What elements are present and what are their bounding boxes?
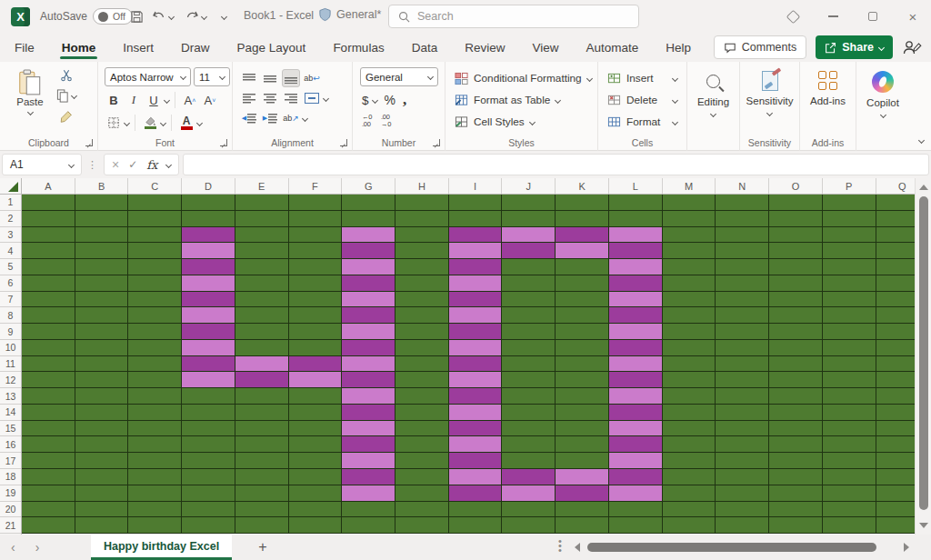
- grid-cell-B11[interactable]: [75, 356, 129, 373]
- grid-cell-B7[interactable]: [75, 292, 129, 308]
- grid-cell-D6[interactable]: [182, 275, 235, 292]
- grid-cell-K6[interactable]: [556, 275, 609, 292]
- grid-cell-A21[interactable]: [22, 517, 75, 534]
- grid-cell-D15[interactable]: [182, 421, 235, 437]
- grid-cell-C20[interactable]: [128, 502, 182, 518]
- grid-cell-M16[interactable]: [663, 436, 716, 453]
- grid-cell-L11[interactable]: [609, 356, 663, 373]
- grid-cell-B17[interactable]: [75, 453, 129, 469]
- grid-cell-N16[interactable]: [716, 436, 769, 453]
- grid-cell-J14[interactable]: [502, 405, 556, 421]
- row-header-6[interactable]: 6: [0, 275, 21, 292]
- grid-cell-B2[interactable]: [75, 211, 129, 227]
- grid-cell-C15[interactable]: [128, 421, 182, 437]
- tab-file[interactable]: File: [13, 35, 36, 60]
- grid-cell-N15[interactable]: [716, 421, 769, 437]
- cut-scissors-icon[interactable]: [60, 69, 73, 82]
- grid-cell-M9[interactable]: [663, 324, 716, 340]
- grid-cell-D17[interactable]: [182, 453, 235, 469]
- fx-chevron-icon[interactable]: [165, 161, 172, 167]
- grid-cell-K5[interactable]: [556, 259, 609, 275]
- column-header-G[interactable]: G: [342, 178, 395, 194]
- grid-cell-M18[interactable]: [663, 469, 716, 485]
- grid-cell-K7[interactable]: [556, 292, 609, 308]
- grid-cell-D8[interactable]: [182, 307, 235, 324]
- grid-cell-N12[interactable]: [716, 372, 769, 388]
- format-cells-button[interactable]: Format: [607, 111, 686, 133]
- grid-cell-Q17[interactable]: [876, 453, 916, 469]
- grid-cell-F1[interactable]: [289, 195, 343, 211]
- grid-cell-P20[interactable]: [823, 502, 876, 518]
- grid-cell-C8[interactable]: [128, 307, 182, 324]
- save-button[interactable]: [125, 5, 147, 27]
- grid-cell-I13[interactable]: [449, 388, 503, 405]
- grid-cell-A5[interactable]: [22, 259, 75, 275]
- grid-cell-J4[interactable]: [502, 243, 556, 259]
- row-header-7[interactable]: 7: [0, 292, 21, 308]
- grid-cell-E16[interactable]: [235, 436, 289, 453]
- grid-cell-K16[interactable]: [556, 436, 609, 453]
- column-header-A[interactable]: A: [22, 178, 75, 194]
- formula-input[interactable]: [183, 154, 929, 175]
- grid-cell-F21[interactable]: [289, 517, 343, 534]
- grid-cell-G2[interactable]: [342, 211, 395, 227]
- grid-cell-Q13[interactable]: [876, 388, 916, 405]
- sensitivity-chevron-icon[interactable]: [766, 110, 773, 116]
- grid-cell-L6[interactable]: [609, 275, 663, 292]
- grid-cell-M10[interactable]: [663, 340, 716, 356]
- orientation-button[interactable]: ab↗: [282, 109, 300, 127]
- grid-cell-D5[interactable]: [182, 259, 235, 275]
- grid-cell-O1[interactable]: [769, 195, 823, 211]
- grid-cell-F19[interactable]: [289, 485, 343, 502]
- grid-cell-P2[interactable]: [823, 211, 876, 227]
- grid-cell-F10[interactable]: [289, 340, 343, 356]
- grid-cell-A19[interactable]: [22, 485, 75, 502]
- search-input[interactable]: Search: [388, 5, 639, 28]
- grid-cell-N19[interactable]: [716, 485, 769, 502]
- column-header-B[interactable]: B: [75, 178, 129, 194]
- ribbon-collapse-chevron-icon[interactable]: [918, 137, 925, 144]
- grid-cell-H13[interactable]: [395, 388, 449, 405]
- conditional-formatting-button[interactable]: Conditional Formatting: [455, 67, 597, 89]
- grid-cell-Q21[interactable]: [876, 517, 916, 534]
- grid-cell-E17[interactable]: [235, 453, 289, 469]
- grid-cell-E15[interactable]: [235, 421, 289, 437]
- share-button[interactable]: Share: [816, 35, 893, 59]
- grid-cell-Q12[interactable]: [876, 372, 916, 388]
- align-middle-button[interactable]: [261, 69, 279, 87]
- align-right-button[interactable]: [282, 89, 300, 107]
- grid-cell-F6[interactable]: [289, 275, 343, 292]
- grid-cell-G20[interactable]: [342, 502, 395, 518]
- grid-cell-O12[interactable]: [769, 372, 823, 388]
- grid-cell-A20[interactable]: [22, 502, 75, 518]
- grid-cell-I11[interactable]: [449, 356, 503, 373]
- grid-cell-H11[interactable]: [395, 356, 449, 373]
- grid-cell-G1[interactable]: [342, 195, 395, 211]
- grid-cell-H6[interactable]: [395, 275, 449, 292]
- grid-cell-L17[interactable]: [609, 453, 663, 469]
- fill-color-chevron-icon[interactable]: [160, 119, 166, 125]
- grid-cell-J20[interactable]: [502, 502, 556, 518]
- grid-cell-P3[interactable]: [823, 227, 876, 244]
- grid-cell-B6[interactable]: [75, 275, 129, 292]
- merge-chevron-icon[interactable]: [323, 95, 329, 101]
- grid-cell-B16[interactable]: [75, 436, 129, 453]
- grid-cell-Q4[interactable]: [876, 243, 916, 259]
- grid-cell-I21[interactable]: [449, 517, 503, 534]
- grid-cell-D3[interactable]: [182, 227, 235, 244]
- grid-cell-B18[interactable]: [75, 469, 129, 485]
- column-header-O[interactable]: O: [769, 178, 823, 194]
- grid-cell-L14[interactable]: [609, 405, 663, 421]
- grid-cell-P1[interactable]: [823, 195, 876, 211]
- font-size-select[interactable]: 11: [194, 67, 230, 86]
- grid-cell-E20[interactable]: [235, 502, 289, 518]
- fill-color-button[interactable]: [141, 114, 159, 132]
- grid-cell-Q16[interactable]: [876, 436, 916, 453]
- row-header-3[interactable]: 3: [0, 227, 21, 244]
- increase-indent-button[interactable]: ▶: [261, 109, 279, 127]
- italic-button[interactable]: I: [125, 91, 143, 109]
- grid-cell-O21[interactable]: [769, 517, 823, 534]
- grid-cell-F11[interactable]: [289, 356, 343, 373]
- tab-draw[interactable]: Draw: [179, 35, 212, 60]
- grid-cell-N21[interactable]: [716, 517, 769, 534]
